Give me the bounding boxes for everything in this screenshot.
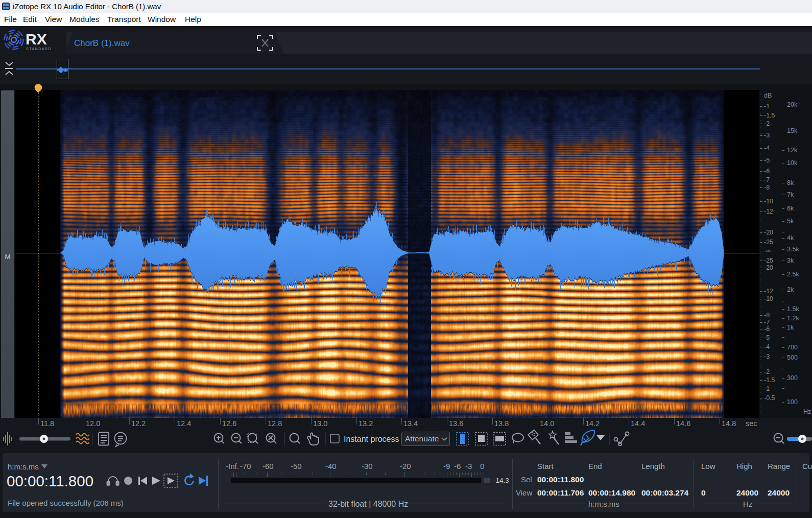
svg-text:RX: RX <box>26 31 47 48</box>
svg-text:Instant process: Instant process <box>344 435 399 443</box>
svg-text:STANDARD: STANDARD <box>26 47 52 51</box>
svg-text:Attenuate: Attenuate <box>405 434 439 443</box>
